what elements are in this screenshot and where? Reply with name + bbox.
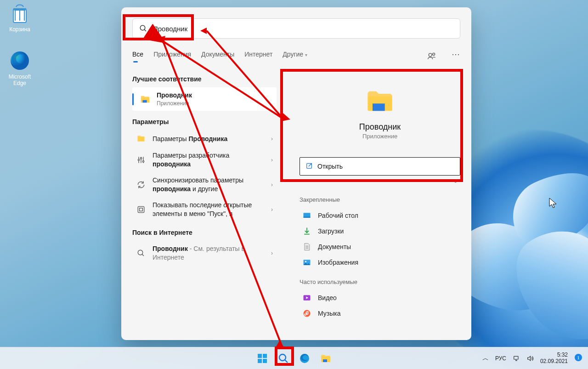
feedback-icon[interactable]	[427, 51, 436, 61]
chevron-right-icon: ›	[271, 250, 273, 256]
taskbar-file-explorer[interactable]	[319, 352, 332, 365]
documents-icon	[302, 242, 311, 251]
chevron-right-icon: ›	[271, 157, 273, 163]
settings-result-explorer-options[interactable]: Параметры Проводника ›	[132, 130, 277, 148]
taskbar-edge[interactable]	[298, 352, 311, 365]
frequent-music[interactable]: Музыка	[300, 306, 460, 321]
mouse-cursor-icon	[549, 198, 557, 210]
section-web-search: Поиск в Интернете	[132, 229, 277, 236]
downloads-icon	[302, 227, 311, 236]
search-input[interactable]	[153, 25, 453, 33]
svg-rect-35	[514, 356, 518, 359]
edge-icon	[9, 50, 31, 72]
svg-rect-28	[258, 359, 262, 363]
folder-options-icon	[136, 134, 146, 144]
chevron-down-icon[interactable]: ⌄	[300, 178, 460, 184]
settings-result-recent[interactable]: Показывать последние открытые элементы в…	[132, 197, 277, 222]
file-explorer-icon	[365, 86, 395, 116]
svg-point-10	[138, 159, 139, 160]
volume-icon[interactable]	[526, 355, 534, 362]
open-external-icon	[305, 162, 313, 171]
svg-point-23	[305, 261, 306, 262]
recycle-bin-icon	[9, 2, 31, 24]
web-search-result[interactable]: Проводник - См. результаты в Интернете ›	[132, 241, 277, 266]
svg-rect-8	[138, 136, 145, 142]
chevron-right-icon: ›	[271, 206, 273, 213]
svg-text:1: 1	[577, 355, 580, 360]
svg-point-12	[142, 161, 144, 162]
settings-result-sync[interactable]: Синхронизировать параметры проводника и …	[132, 172, 277, 197]
tab-web[interactable]: Интернет	[244, 51, 272, 62]
open-button[interactable]: Открыть	[300, 157, 460, 176]
pinned-downloads[interactable]: Загрузки	[300, 223, 460, 239]
taskbar-clock[interactable]: 5:32 02.09.2021	[540, 352, 568, 365]
preview-title: Проводник	[300, 122, 460, 132]
notification-badge-icon[interactable]: 1	[574, 353, 582, 363]
section-best-match: Лучшее соответствие	[132, 75, 277, 83]
tray-overflow-icon[interactable]: ︿	[482, 354, 489, 363]
svg-rect-26	[258, 354, 262, 358]
preview-subtitle: Приложение	[300, 133, 460, 140]
chevron-right-icon: ›	[271, 182, 273, 188]
network-icon[interactable]	[513, 355, 520, 362]
svg-line-31	[285, 360, 288, 363]
dev-settings-icon	[136, 155, 146, 165]
svg-rect-34	[323, 359, 327, 362]
more-options-icon[interactable]: ⋯	[451, 51, 460, 61]
svg-point-11	[140, 158, 141, 159]
tab-all[interactable]: Все	[132, 51, 143, 62]
preview-pane: Проводник Приложение Открыть ⌄	[300, 86, 460, 184]
svg-line-16	[142, 255, 144, 256]
pinned-heading: Закрепленные	[300, 196, 460, 203]
search-icon	[136, 248, 146, 258]
svg-line-3	[144, 29, 146, 31]
best-match-result[interactable]: Проводник Приложение	[132, 87, 277, 111]
chevron-right-icon: ›	[271, 136, 273, 142]
svg-point-2	[140, 25, 145, 30]
search-tabs: Все Приложения Документы Интернет Другие…	[132, 51, 460, 62]
recent-items-icon	[136, 204, 146, 215]
svg-rect-27	[263, 354, 267, 358]
sync-icon	[136, 180, 146, 190]
desktop-icon-recycle-bin[interactable]: Корзина	[3, 2, 37, 33]
taskbar-search-button[interactable]	[277, 352, 290, 365]
search-flyout: Все Приложения Документы Интернет Другие…	[121, 7, 471, 340]
file-explorer-icon	[140, 94, 150, 104]
frequent-video[interactable]: Видео	[300, 290, 460, 306]
svg-point-4	[429, 53, 432, 57]
language-indicator[interactable]: РУС	[495, 355, 506, 362]
tab-apps[interactable]: Приложения	[153, 51, 191, 62]
svg-rect-29	[263, 359, 267, 363]
pinned-documents[interactable]: Документы	[300, 239, 460, 255]
chevron-down-icon: ▾	[305, 52, 307, 57]
svg-rect-18	[373, 103, 385, 111]
section-settings: Параметры	[132, 118, 277, 125]
svg-point-30	[279, 354, 286, 361]
svg-rect-13	[138, 206, 144, 212]
settings-result-dev-options[interactable]: Параметры разработчика проводника ›	[132, 148, 277, 172]
svg-rect-9	[138, 136, 141, 137]
svg-rect-14	[140, 208, 143, 211]
music-icon	[302, 309, 311, 318]
search-icon	[139, 24, 147, 33]
search-box[interactable]	[132, 18, 460, 39]
svg-rect-7	[143, 100, 147, 102]
desktop-icon-edge[interactable]: Microsoft Edge	[3, 50, 37, 86]
desktop-icon	[302, 211, 311, 220]
pinned-pictures[interactable]: Изображения	[300, 255, 460, 270]
desktop-icon-label: Корзина	[9, 26, 30, 33]
tab-documents[interactable]: Документы	[201, 51, 234, 62]
frequent-heading: Часто используемые	[300, 278, 460, 285]
svg-rect-21	[304, 217, 311, 218]
pictures-icon	[302, 258, 311, 267]
start-button[interactable]	[256, 352, 269, 365]
tab-more[interactable]: Другие▾	[283, 51, 307, 62]
taskbar: ︿ РУС 5:32 02.09.2021 1	[0, 347, 588, 369]
svg-point-5	[433, 53, 435, 55]
svg-point-15	[138, 250, 143, 255]
desktop-icon-label: Microsoft Edge	[9, 74, 31, 86]
pinned-desktop[interactable]: Рабочий стол	[300, 208, 460, 223]
video-icon	[302, 293, 311, 302]
